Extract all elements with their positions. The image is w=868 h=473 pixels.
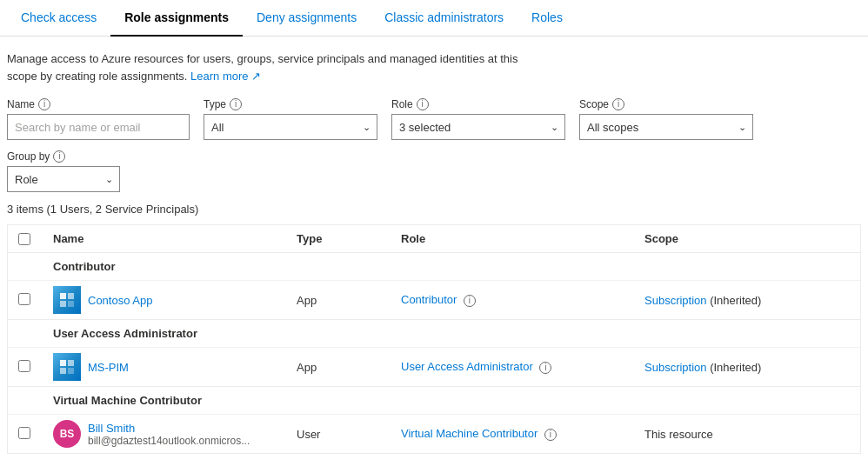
col-header-scope: Scope xyxy=(634,225,860,253)
svg-rect-0 xyxy=(60,293,66,299)
type-filter-group: Type i All User Group Service Principal … xyxy=(204,98,377,140)
scope-cell-billsmith: This resource xyxy=(634,415,860,454)
name-info-billsmith: Bill Smith bill@gdaztest14outlook.onmicr… xyxy=(88,422,250,447)
tab-role-assignments[interactable]: Role assignments xyxy=(110,0,243,37)
row-checkbox-2[interactable] xyxy=(18,427,30,439)
main-content: Manage access to Azure resources for use… xyxy=(0,37,868,468)
role-link-mspim[interactable]: User Access Administrator xyxy=(401,360,533,373)
type-filter-label: Type i xyxy=(204,98,377,110)
group-by-row: Group by i Role None Type Scope ⌄ xyxy=(7,150,861,192)
avatar-billsmith: BS xyxy=(53,420,81,448)
scope-select[interactable]: All scopes This resource Inherited xyxy=(579,114,753,140)
role-info-icon[interactable]: i xyxy=(417,98,429,110)
group-by-filter-group: Group by i Role None Type Scope ⌄ xyxy=(7,150,861,192)
role-assignments-table: Name Type Role Scope Contributor xyxy=(8,225,860,453)
items-count: 3 items (1 Users, 2 Service Principals) xyxy=(7,203,861,216)
type-cell-contoso: App xyxy=(286,281,391,320)
role-filter-group: Role i 3 selected All Contributor User A… xyxy=(391,98,565,140)
scope-cell-mspim: Subscription (Inherited) xyxy=(634,348,860,387)
type-cell-mspim: App xyxy=(286,348,391,387)
col-header-type: Type xyxy=(286,225,391,253)
group-by-select[interactable]: Role None Type Scope xyxy=(7,166,120,192)
svg-rect-6 xyxy=(60,368,66,374)
col-header-role: Role xyxy=(391,225,634,253)
type-cell-billsmith: User xyxy=(286,415,391,454)
role-filter-label: Role i xyxy=(391,98,565,110)
app-icon-contoso xyxy=(53,286,81,314)
col-header-name: Name xyxy=(43,225,286,253)
app-icon-mspim xyxy=(53,353,81,381)
scope-filter-group: Scope i All scopes This resource Inherit… xyxy=(579,98,753,140)
scope-cell-contoso: Subscription (Inherited) xyxy=(634,281,860,320)
role-cell-mspim: User Access Administrator i xyxy=(391,348,634,387)
svg-rect-4 xyxy=(60,360,66,366)
svg-rect-1 xyxy=(68,293,74,299)
role-link-contoso[interactable]: Contributor xyxy=(401,293,457,306)
name-info-mspim: MS-PIM xyxy=(88,361,129,374)
group-header-contributor: Contributor xyxy=(8,253,860,281)
tab-check-access[interactable]: Check access xyxy=(7,0,110,37)
name-search-input[interactable] xyxy=(7,114,190,140)
group-by-info-icon[interactable]: i xyxy=(53,150,65,163)
svg-rect-5 xyxy=(68,360,74,366)
filters-row: Name i Type i All User Group Service Pri… xyxy=(7,98,861,140)
scope-select-wrapper: All scopes This resource Inherited ⌄ xyxy=(579,114,753,140)
select-all-checkbox[interactable] xyxy=(18,233,30,245)
nav-tabs: Check access Role assignments Deny assig… xyxy=(0,0,868,37)
name-info-contoso: Contoso App xyxy=(88,294,152,307)
name-info-icon[interactable]: i xyxy=(38,98,50,110)
tab-deny-assignments[interactable]: Deny assignments xyxy=(243,0,371,37)
name-cell-contoso: Contoso App xyxy=(53,286,276,314)
scope-info-icon[interactable]: i xyxy=(612,98,624,110)
role-link-billsmith[interactable]: Virtual Machine Contributor xyxy=(401,427,537,440)
role-info-billsmith[interactable]: i xyxy=(544,429,557,441)
type-info-icon[interactable]: i xyxy=(230,98,242,110)
name-cell-billsmith: BS Bill Smith bill@gdaztest14outlook.onm… xyxy=(53,420,276,448)
scope-link-mspim[interactable]: Subscription xyxy=(644,361,707,374)
table-container: Name Type Role Scope Contributor xyxy=(7,224,861,454)
type-select[interactable]: All User Group Service Principal Managed… xyxy=(204,114,377,140)
name-filter-label: Name i xyxy=(7,98,190,110)
table-row: BS Bill Smith bill@gdaztest14outlook.onm… xyxy=(8,415,860,454)
description-text: Manage access to Azure resources for use… xyxy=(7,50,546,84)
table-row: Contoso App App Contributor i Subscripti… xyxy=(8,281,860,320)
role-info-mspim[interactable]: i xyxy=(539,362,551,374)
tab-roles[interactable]: Roles xyxy=(517,0,577,37)
group-by-label: Group by i xyxy=(7,150,861,163)
row-checkbox-0[interactable] xyxy=(18,293,30,305)
tab-classic-administrators[interactable]: Classic administrators xyxy=(371,0,517,37)
name-link-mspim[interactable]: MS-PIM xyxy=(88,361,129,374)
learn-more-link[interactable]: Learn more ↗ xyxy=(190,70,261,83)
name-filter-group: Name i xyxy=(7,98,190,140)
group-header-vmc: Virtual Machine Contributor xyxy=(8,387,860,415)
type-select-wrapper: All User Group Service Principal Managed… xyxy=(204,114,377,140)
role-cell-contoso: Contributor i xyxy=(391,281,634,320)
table-row: MS-PIM App User Access Administrator i S… xyxy=(8,348,860,387)
group-by-select-wrapper: Role None Type Scope ⌄ xyxy=(7,166,120,192)
group-header-uaa: User Access Administrator xyxy=(8,320,860,348)
svg-rect-3 xyxy=(68,301,74,307)
scope-filter-label: Scope i xyxy=(579,98,753,110)
name-link-contoso[interactable]: Contoso App xyxy=(88,294,152,307)
role-cell-billsmith: Virtual Machine Contributor i xyxy=(391,415,634,454)
row-checkbox-1[interactable] xyxy=(18,360,30,372)
role-select[interactable]: 3 selected All Contributor User Access A… xyxy=(391,114,565,140)
svg-rect-7 xyxy=(68,368,74,374)
role-select-wrapper: 3 selected All Contributor User Access A… xyxy=(391,114,565,140)
email-billsmith: bill@gdaztest14outlook.onmicros... xyxy=(88,435,250,447)
name-link-billsmith[interactable]: Bill Smith xyxy=(88,422,250,435)
svg-rect-2 xyxy=(60,301,66,307)
name-cell-mspim: MS-PIM xyxy=(53,353,276,381)
role-info-contoso[interactable]: i xyxy=(464,295,476,307)
scope-link-contoso[interactable]: Subscription xyxy=(644,294,707,307)
